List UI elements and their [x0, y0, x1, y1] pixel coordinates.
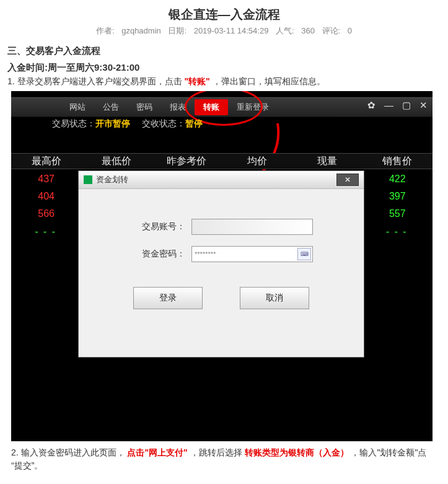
keyboard-icon[interactable]: ⌨ — [297, 248, 311, 260]
dialog-button-row: 登录 取消 — [79, 287, 364, 309]
col-ref: 昨参考价 — [152, 155, 222, 168]
status-settle-value: 暂停 — [185, 118, 203, 128]
col-vol: 现量 — [292, 155, 362, 168]
article-title: 银企直连—入金流程 — [7, 6, 441, 23]
meta-pop-label: 人气: — [276, 26, 294, 35]
password-row: 资金密码： ******** ⌨ — [79, 246, 364, 262]
step2-red1: 点击"网上支付" — [127, 447, 187, 457]
step1-line: 1. 登录交易客户端进入客户端交易界面，点击 "转账" ，弹出窗口，填写相应信息… — [7, 76, 441, 87]
step1-pre: 1. 登录交易客户端进入客户端交易界面，点击 — [7, 76, 182, 86]
meta-author-label: 作者: — [96, 26, 115, 35]
app-screenshot: 网站 公告 密码 报表 转账 重新登录 ✿ — ▢ ✕ 交易状态：开市暂停 交收… — [11, 91, 433, 441]
dialog-close-button[interactable]: ✕ — [336, 174, 359, 186]
step2-mid: ，跳转后选择 — [190, 447, 242, 457]
cell-high: 404 — [11, 191, 81, 202]
col-low: 最低价 — [81, 155, 151, 168]
dialog-titlebar: 资金划转 ✕ — [79, 171, 364, 189]
close-icon[interactable]: ✕ — [419, 100, 428, 111]
menu-notice[interactable]: 公告 — [94, 99, 128, 115]
meta-pop: 360 — [301, 26, 315, 35]
cell-sale: 557 — [362, 208, 433, 219]
col-high: 最高价 — [11, 155, 81, 168]
maximize-icon[interactable]: ▢ — [402, 100, 411, 111]
account-row: 交易账号： — [79, 219, 364, 235]
meta-date: 2019-03-11 14:54:29 — [194, 26, 269, 35]
dialog-app-icon — [84, 175, 92, 184]
account-label: 交易账号： — [130, 221, 185, 232]
article-meta: 作者: gzqhadmin 日期: 2019-03-11 14:54:29 人气… — [7, 25, 441, 37]
meta-author: gzqhadmin — [121, 26, 161, 35]
step2-pre: 2. 输入资金密码进入此页面， — [11, 447, 125, 457]
window-buttons: ✿ — ▢ ✕ — [367, 100, 428, 111]
meta-comment-label: 评论: — [322, 26, 341, 35]
cancel-button[interactable]: 取消 — [240, 287, 309, 309]
col-avg: 均价 — [222, 155, 292, 168]
funds-transfer-dialog: 资金划转 ✕ 交易账号： 资金密码： ******** ⌨ 登录 — [78, 170, 364, 358]
login-button[interactable]: 登录 — [133, 287, 203, 309]
menu-password[interactable]: 密码 — [128, 99, 161, 115]
cell-dash: --- — [11, 226, 81, 237]
password-label: 资金密码： — [130, 249, 185, 260]
status-trade-value: 开市暂停 — [95, 118, 130, 128]
status-line: 交易状态：开市暂停 交收状态：暂停 — [52, 118, 203, 130]
minimize-icon[interactable]: — — [384, 100, 393, 111]
menu-website[interactable]: 网站 — [61, 99, 94, 115]
cell-high: 566 — [11, 208, 81, 219]
password-input[interactable]: ******** ⌨ — [191, 246, 313, 262]
cell-high: 437 — [11, 174, 81, 185]
account-input[interactable] — [191, 219, 313, 235]
col-sale: 销售价 — [362, 155, 433, 168]
step2-line: 2. 输入资金密码进入此页面， 点击"网上支付" ，跳转后选择 转账类型为银转商… — [11, 446, 437, 472]
meta-comment: 0 — [348, 26, 352, 35]
meta-date-label: 日期: — [168, 26, 187, 35]
price-header-row: 最高价 最低价 昨参考价 均价 现量 销售价 — [11, 153, 433, 169]
cell-sale: 397 — [362, 191, 433, 202]
step1-post: ，弹出窗口，填写相应信息。 — [213, 76, 325, 86]
cell-dash: --- — [362, 226, 433, 237]
step1-red: "转账" — [184, 76, 209, 86]
cell-sale: 422 — [362, 174, 433, 185]
deposit-time-line: 入金时间:周一至周六9:30-21:00 — [7, 62, 441, 74]
password-mask: ******** — [195, 250, 216, 258]
dialog-title: 资金划转 — [96, 174, 128, 185]
section-heading: 三、交易客户入金流程 — [7, 45, 441, 57]
status-trade-label: 交易状态： — [52, 118, 95, 128]
step2-red2: 转账类型为银转商（入金） — [245, 447, 349, 457]
status-settle-label: 交收状态： — [142, 118, 185, 128]
gear-icon[interactable]: ✿ — [367, 100, 376, 111]
